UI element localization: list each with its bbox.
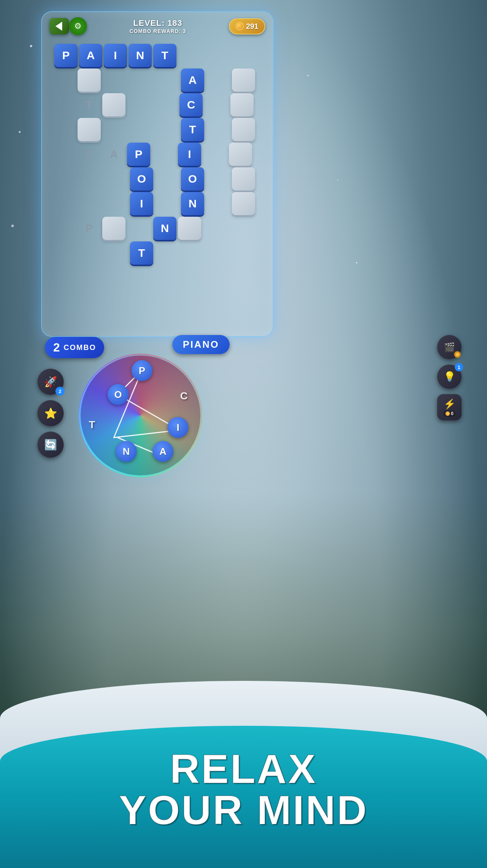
cell-empty-4-7	[206, 118, 230, 141]
snow-particle	[19, 131, 21, 133]
lightbulb-icon: 💡	[444, 371, 456, 383]
cell-empty-2-3	[102, 68, 127, 92]
wheel-letter-A[interactable]: A	[152, 441, 173, 462]
grid-row-8: P N	[51, 217, 227, 240]
wheel-letter-P[interactable]: P	[131, 360, 152, 381]
rocket-icon: 🚀	[44, 376, 57, 388]
lightbulb-button[interactable]: 💡 1	[437, 365, 462, 389]
cell-empty-3-1	[51, 93, 76, 116]
combo-badge: 2 COMBO	[45, 337, 104, 358]
rocket-badge: 2	[55, 387, 64, 396]
lightning-count: 0	[451, 411, 454, 416]
cell-N8: N	[153, 217, 176, 240]
cell-empty-7-2	[78, 192, 102, 215]
cell-empty-3-4	[127, 93, 152, 116]
settings-button[interactable]: ⚙	[69, 17, 87, 35]
cell-empty-9-3	[104, 241, 128, 265]
cell-empty-7-5	[155, 192, 179, 215]
wheel-letter-N[interactable]: N	[116, 441, 137, 462]
cell-empty-8-1	[51, 217, 76, 240]
combo-number: 2	[53, 341, 60, 354]
cell-gray-6-8	[232, 167, 255, 191]
cell-empty-7-1	[51, 192, 76, 215]
cell-P8: P	[78, 217, 101, 240]
cell-empty-2-7	[206, 68, 230, 92]
cell-T3: T	[78, 93, 101, 116]
cell-empty-7-7	[206, 192, 230, 215]
cell-N1: N	[128, 44, 152, 67]
video-button[interactable]: 🎬	[437, 335, 462, 359]
cell-I5: I	[178, 143, 201, 166]
cell-empty-6-1	[51, 167, 76, 191]
cell-gray-3-3	[102, 93, 125, 116]
cell-empty-9-6	[181, 241, 206, 265]
grid-row-5: C A P I	[51, 143, 252, 166]
wheel-letter-I[interactable]: I	[167, 417, 188, 438]
cell-empty-8-7	[203, 217, 227, 240]
star-button[interactable]: ⭐	[37, 400, 64, 426]
cell-gray-8-6	[178, 217, 201, 240]
cell-empty-9-1	[51, 241, 76, 265]
coins-count: 291	[246, 22, 258, 31]
right-buttons: 🎬 💡 1 ⚡ 0	[437, 335, 462, 420]
back-arrow-icon	[55, 22, 62, 31]
letter-wheel[interactable]: P O C T I N A	[81, 356, 200, 475]
lightning-icon: ⚡	[444, 398, 456, 410]
star-icon: ⭐	[44, 407, 57, 420]
lightning-button[interactable]: ⚡ 0	[437, 394, 462, 420]
cell-C3: C	[179, 93, 203, 116]
cell-O6: O	[130, 167, 153, 191]
cell-empty-7-3	[104, 192, 128, 215]
film-icon: 🎬	[444, 342, 455, 353]
cell-empty-4-3	[102, 118, 127, 141]
wheel-letter-O[interactable]: O	[108, 384, 128, 405]
combo-label: COMBO	[64, 343, 96, 352]
grid-row-7: I N	[51, 192, 255, 215]
cell-empty-3-7	[204, 93, 229, 116]
cell-empty-2-5	[155, 68, 179, 92]
grid-row-6: O O	[51, 167, 255, 191]
cell-empty-6-3	[104, 167, 128, 191]
cell-gray-4-2	[78, 118, 101, 141]
level-label: LEVEL: 183	[91, 18, 225, 28]
refresh-icon: 🔄	[44, 439, 57, 451]
cell-empty-8-4	[127, 217, 152, 240]
snow-particle	[11, 225, 14, 227]
coin-icon	[236, 22, 244, 30]
cell-N7: N	[181, 192, 204, 215]
cell-empty-4-1	[51, 118, 76, 141]
lightbulb-badge: 1	[455, 363, 463, 371]
cell-gray-2-8	[232, 68, 255, 92]
cell-I1: I	[104, 44, 127, 67]
cell-gray-3-8	[230, 93, 254, 116]
cell-empty-4-4	[128, 118, 153, 141]
snow-particle	[356, 262, 357, 264]
cell-C5: C	[78, 143, 101, 166]
grid-row-3: T C	[51, 93, 254, 116]
wheel-letter-T[interactable]: T	[89, 419, 95, 431]
wheel-circle: P O C T I N A	[81, 356, 200, 475]
cell-T4: T	[181, 118, 204, 141]
snow-particle	[30, 45, 32, 47]
cell-empty-5-7	[203, 143, 227, 166]
cell-empty-5-1	[51, 143, 76, 166]
level-info: LEVEL: 183 COMBO REWARD: 3	[91, 18, 225, 34]
combo-reward-label: COMBO REWARD: 3	[91, 28, 225, 34]
cell-O6b: O	[181, 167, 204, 191]
word-display: PIANO	[172, 335, 230, 354]
rocket-button[interactable]: 🚀 2	[37, 369, 64, 395]
back-button[interactable]	[49, 18, 69, 34]
cell-gray-2-2	[78, 68, 101, 92]
cell-gray-8-3	[102, 217, 125, 240]
wheel-letter-C[interactable]: C	[180, 390, 188, 402]
cell-empty-9-5	[155, 241, 179, 265]
cell-empty-6-7	[206, 167, 230, 191]
snow-particle	[307, 75, 309, 76]
cell-empty-6-5	[155, 167, 179, 191]
refresh-button[interactable]: 🔄	[37, 432, 64, 458]
cell-P5: P	[127, 143, 150, 166]
cell-empty-4-5	[155, 118, 179, 141]
header: ⚙ LEVEL: 183 COMBO REWARD: 3 291	[42, 12, 273, 38]
coins-badge: 291	[229, 18, 265, 34]
cell-A1: A	[79, 44, 102, 67]
